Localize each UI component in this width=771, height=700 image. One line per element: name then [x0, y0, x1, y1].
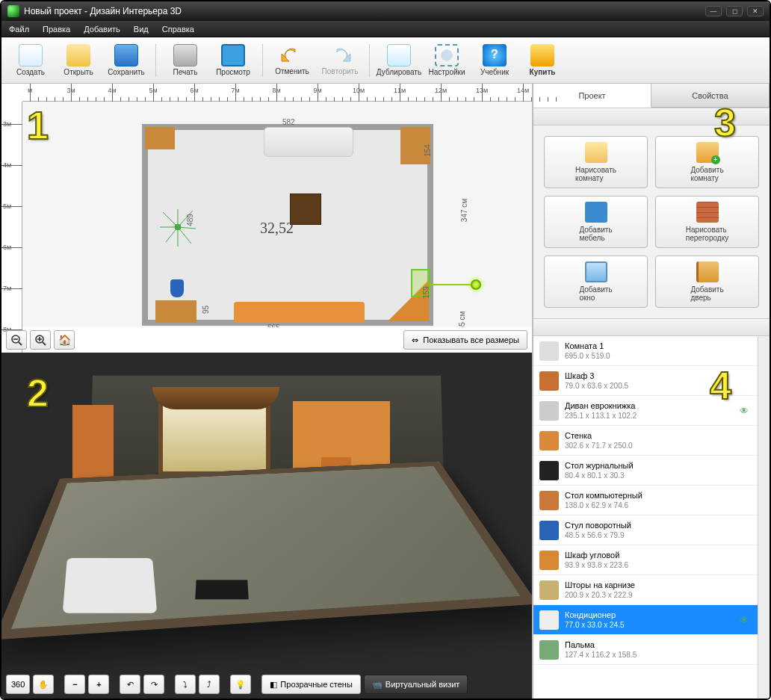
- maximize-button[interactable]: ◻: [726, 6, 743, 16]
- tab-properties[interactable]: Свойства: [651, 84, 770, 107]
- tab-project[interactable]: Проект: [533, 84, 651, 108]
- object-icon: [539, 341, 559, 361]
- duplicate-button[interactable]: Дублировать: [376, 40, 422, 81]
- object-icon: [539, 461, 559, 480]
- pan-button[interactable]: ✋: [33, 675, 54, 694]
- preview-button[interactable]: Просмотр: [210, 40, 256, 81]
- list-item[interactable]: Стенка302.6 x 71.7 x 250.0: [533, 426, 758, 456]
- add-door-button[interactable]: Добавитьдверь: [655, 255, 759, 308]
- new-icon: [19, 44, 43, 66]
- close-button[interactable]: ✕: [747, 6, 764, 16]
- list-item[interactable]: Пальма127.4 x 116.2 x 158.5: [533, 635, 758, 665]
- titlebar: Новый проект - Дизайн Интерьера 3D — ◻ ✕: [1, 1, 770, 21]
- menu-help[interactable]: Справка: [162, 25, 194, 34]
- list-item[interactable]: Кондиционер77.0 x 33.0 x 24.5👁: [533, 605, 758, 635]
- furniture-item[interactable]: [145, 127, 175, 149]
- printer-icon: [173, 44, 197, 66]
- plan-2d-canvas[interactable]: м3м4м5м6м7м8м9м10м11м12м13м14м 3м4м5м6м7…: [1, 84, 532, 353]
- save-button[interactable]: Сохранить: [103, 40, 149, 81]
- floorplan-viewport[interactable]: 32,52 582 489 665 95 347 см 154 159 65 с…: [22, 102, 532, 327]
- menu-edit[interactable]: Правка: [43, 25, 70, 34]
- menu-file[interactable]: Файл: [9, 25, 29, 34]
- door-icon: [696, 261, 719, 282]
- object-icon: [539, 610, 559, 630]
- virtual-visit-button[interactable]: 📹 Виртуальный визит: [364, 675, 468, 694]
- open-button[interactable]: Открыть: [55, 40, 102, 81]
- curtain-3d: [152, 387, 279, 409]
- desk-shape[interactable]: [155, 300, 196, 323]
- undo-icon: [280, 45, 304, 67]
- sofa-3d: [63, 558, 158, 613]
- brick-wall-icon: [696, 202, 719, 223]
- create-button[interactable]: Создать: [7, 40, 54, 81]
- list-item[interactable]: Комната 1695.0 x 519.0: [533, 336, 758, 366]
- add-furniture-button[interactable]: Добавитьмебель: [544, 196, 648, 248]
- tilt-down-button[interactable]: ⤵: [175, 675, 196, 694]
- zoom-in-button[interactable]: [30, 330, 51, 350]
- vertical-ruler: 3м4м5м6м7м8м: [1, 102, 22, 353]
- list-item[interactable]: Шкаф 379.0 x 63.6 x 200.5: [533, 366, 758, 396]
- lighting-button[interactable]: 💡: [230, 675, 251, 694]
- transparent-walls-button[interactable]: ◧ Прозрачные стены: [261, 675, 360, 694]
- zoom-out-button[interactable]: [6, 330, 27, 350]
- panel-header-objects: [533, 318, 770, 336]
- menubar: Файл Правка Добавить Вид Справка: [1, 21, 770, 37]
- list-item[interactable]: Стол журнальный80.4 x 80.1 x 30.3: [533, 456, 758, 486]
- view-3d-canvas[interactable]: 360 ✋ − + ↶ ↷ ⤵ ⤴ 💡 ◧ Прозрачные стены 📹…: [1, 353, 532, 699]
- show-all-dims-button[interactable]: ⇔ Показывать все размеры: [403, 330, 527, 350]
- table-shape[interactable]: [290, 193, 321, 225]
- window-title: Новый проект - Дизайн Интерьера 3D: [24, 6, 182, 16]
- disk-icon: [114, 44, 138, 66]
- minimize-button[interactable]: —: [705, 6, 722, 16]
- main-toolbar: Создать Открыть Сохранить Печать Просмот…: [1, 37, 770, 84]
- rotate-360-button[interactable]: 360: [6, 675, 30, 694]
- bed-shape[interactable]: [264, 127, 353, 157]
- visibility-eye-icon[interactable]: 👁: [740, 406, 752, 416]
- print-button[interactable]: Печать: [162, 40, 208, 81]
- horizontal-ruler: м3м4м5м6м7м8м9м10м11м12м13м14м: [22, 84, 532, 102]
- room-area-label: 32,52: [260, 220, 294, 237]
- rotate-right-button[interactable]: ↷: [143, 675, 164, 694]
- add-window-button[interactable]: Добавитьокно: [544, 255, 648, 308]
- object-icon: [539, 580, 559, 600]
- room-outline[interactable]: 32,52 582 489 665 95: [142, 124, 433, 326]
- add-room-button[interactable]: Добавитькомнату: [655, 136, 759, 188]
- list-item[interactable]: Стул поворотный48.5 x 56.6 x 79.9: [533, 515, 758, 545]
- move-handle[interactable]: [471, 279, 481, 290]
- sofa-shape[interactable]: [234, 302, 365, 323]
- menu-add[interactable]: Добавить: [84, 25, 120, 34]
- chair-shape[interactable]: [170, 279, 184, 297]
- help-icon: [483, 44, 507, 66]
- undo-button[interactable]: Отменить: [269, 40, 315, 81]
- monitor-icon: [221, 44, 245, 66]
- app-icon: [7, 5, 19, 17]
- menu-view[interactable]: Вид: [134, 25, 149, 34]
- list-item[interactable]: Диван еврокнижка235.1 x 113.1 x 102.2👁: [533, 396, 758, 426]
- list-item[interactable]: Шторы на карнизе200.9 x 20.3 x 222.9: [533, 575, 758, 605]
- visibility-eye-icon[interactable]: 👁: [740, 615, 752, 625]
- object-icon: [539, 491, 559, 510]
- home-button[interactable]: 🏠: [54, 330, 75, 350]
- list-item[interactable]: Шкаф угловой93.9 x 93.8 x 223.6: [533, 545, 758, 575]
- object-icon: [539, 551, 559, 570]
- draw-room-button[interactable]: Нарисоватькомнату: [544, 136, 648, 188]
- object-list[interactable]: Комната 1695.0 x 519.0Шкаф 379.0 x 63.6 …: [533, 336, 758, 699]
- zoom-in-3d-button[interactable]: +: [88, 675, 109, 694]
- gear-icon: [435, 44, 459, 66]
- settings-button[interactable]: Настройки: [424, 40, 470, 81]
- plant-shape[interactable]: [155, 205, 200, 250]
- scrollbar[interactable]: [758, 336, 770, 699]
- side-tabs: Проект Свойства: [533, 84, 770, 108]
- pencil-room-icon: [585, 142, 607, 163]
- buy-button[interactable]: Купить: [519, 40, 566, 81]
- guide-button[interactable]: Учебник: [471, 40, 518, 81]
- list-item[interactable]: Стол компьютерный138.0 x 62.9 x 74.6: [533, 486, 758, 515]
- panel-header-actions: [533, 108, 770, 126]
- dims-icon: ⇔: [412, 335, 418, 345]
- object-icon: [539, 401, 559, 421]
- zoom-out-3d-button[interactable]: −: [64, 675, 85, 694]
- redo-button[interactable]: Повторить: [317, 40, 363, 81]
- tilt-up-button[interactable]: ⤴: [199, 675, 220, 694]
- draw-partition-button[interactable]: Нарисоватьперегородку: [655, 196, 759, 248]
- rotate-left-button[interactable]: ↶: [120, 675, 140, 694]
